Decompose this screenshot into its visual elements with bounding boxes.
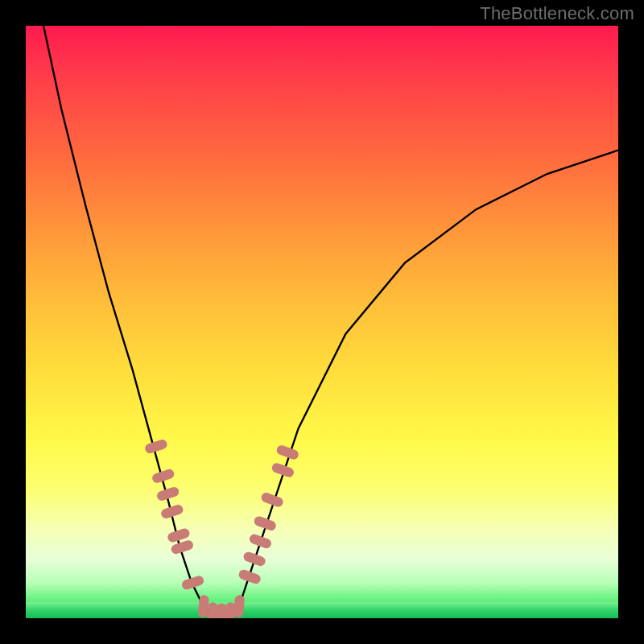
data-markers-group (144, 439, 300, 618)
data-marker (248, 533, 272, 550)
bottleneck-curve (43, 26, 618, 615)
data-marker (180, 575, 204, 591)
data-marker (233, 595, 245, 618)
data-marker (242, 551, 266, 568)
data-marker (237, 568, 262, 585)
chart-stage: TheBottleneck.com (0, 0, 644, 644)
plot-area (26, 26, 618, 618)
chart-svg (26, 26, 618, 618)
data-marker (144, 439, 168, 455)
watermark-text: TheBottleneck.com (480, 3, 634, 24)
